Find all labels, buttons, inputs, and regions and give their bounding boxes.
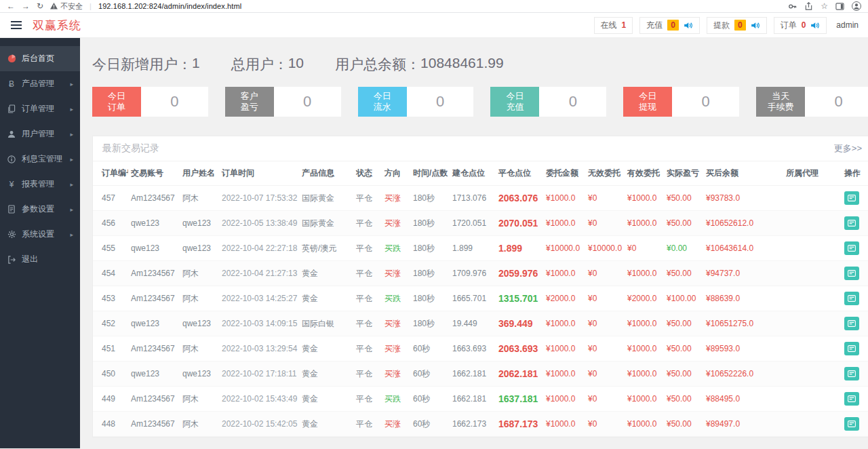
back-icon[interactable]: ← [7,2,15,10]
browser-chrome: ← → ↻ 不安全 | 192.168.1.202:824/admin/inde… [0,0,868,13]
cell-direction: 买涨 [382,311,410,336]
cell-balance-after: ¥10652612.0 [703,211,783,236]
cell-agent [783,211,842,236]
column-header: 订单编号 [93,161,128,186]
sidebar-item-label: 用户管理 [22,128,54,140]
cell-status: 平仓 [353,211,382,236]
speaker-icon[interactable] [810,21,820,30]
cell-direction: 买涨 [382,362,410,387]
overview-segment: 用户总余额：10848461.99 [335,55,504,74]
sidebar-item-label: 系统设置 [22,229,54,240]
cell-agent [783,336,842,362]
overview-label: 总用户： [231,55,288,74]
stat-value: 1 [622,20,627,30]
cell-actions [842,186,868,211]
cell-direction: 买跌 [382,387,410,412]
cell-duration: 180秒 [410,311,450,336]
cell-order-time: 2022-10-04 21:27:13 [219,261,299,286]
column-header: 有效委托 [625,161,664,186]
sidebar-item-参数设置[interactable]: 参数设置▸ [0,197,80,222]
table-row: 457Am1234567阿木2022-10-07 17:53:32国际黄金平仓买… [93,186,868,211]
cell-agent [783,236,842,261]
cell-open-point: 1665.701 [450,286,496,311]
cell-direction: 买跌 [382,236,410,261]
cell-open-point: 1662.181 [450,387,496,412]
sidebar-item-系统设置[interactable]: 系统设置▸ [0,222,80,247]
cell-order-amount: ¥1000.0 [543,211,585,236]
security-indicator[interactable]: 不安全 [50,1,83,12]
order-detail-button[interactable] [844,342,859,355]
cell-open-point: 1.899 [450,236,496,261]
cell-close-point: 1315.701 [496,286,543,311]
sidebar-item-退出[interactable]: 退出 [0,247,80,272]
order-detail-button[interactable] [844,216,859,230]
cell-invalid-amount: ¥10000.0 [585,236,625,261]
column-header: 实际盈亏 [664,161,703,186]
bookmark-star-icon[interactable]: ☆ [821,1,828,11]
speaker-icon[interactable] [684,21,693,30]
cell-valid-amount: ¥2000.0 [625,286,664,311]
column-header: 状态 [353,161,382,186]
cell-order-id: 452 [93,311,128,336]
cell-agent [783,186,842,211]
table-row: 451Am1234567阿木2022-10-03 13:29:54黄金平仓买涨6… [93,336,868,362]
table-row: 455qwe123qwe1232022-10-04 22:27:18英镑/澳元平… [93,236,868,261]
more-link[interactable]: 更多>> [834,142,862,155]
order-detail-button[interactable] [844,267,859,280]
forward-icon[interactable]: → [22,2,30,10]
cell-close-point: 2059.976 [496,261,543,286]
cell-product: 黄金 [299,336,353,362]
stat-label: 充值 [646,20,663,31]
cell-invalid-amount: ¥0 [585,261,625,286]
overview-label: 用户总余额： [335,55,420,74]
order-detail-button[interactable] [844,241,859,255]
card-value: 0 [672,87,739,117]
cell-agent [783,387,842,412]
reload-icon[interactable]: ↻ [37,2,43,10]
order-detail-button[interactable] [844,191,859,205]
cell-actions [842,286,868,311]
order-detail-button[interactable] [844,292,859,305]
product-icon: Ƀ [7,79,16,89]
cell-username: 阿木 [180,336,219,362]
sidebar-item-后台首页[interactable]: 后台首页 [0,46,80,71]
sidebar-item-订单管理[interactable]: 订单管理▸ [0,96,80,121]
card-label: 今日充值 [490,87,539,117]
cell-status: 平仓 [353,311,382,336]
order-detail-button[interactable] [844,392,859,406]
profile-avatar-icon[interactable] [852,1,861,11]
cell-close-point: 2070.051 [496,211,543,236]
url-bar[interactable]: 192.168.1.202:824/admin/index/index.html [98,2,241,10]
share-icon[interactable] [804,2,813,11]
key-icon[interactable] [788,2,797,11]
cell-order-time: 2022-10-03 13:29:54 [219,336,299,362]
table-row: 452qwe123qwe1232022-10-03 14:09:15国际白银平仓… [93,311,868,336]
cell-valid-amount: ¥0 [625,236,664,261]
speaker-icon[interactable] [751,21,760,30]
system-icon [7,230,16,239]
sidebar-item-产品管理[interactable]: Ƀ产品管理▸ [0,71,80,96]
menu-toggle-icon[interactable] [9,18,23,32]
sidebar-item-报表管理[interactable]: ¥报表管理▸ [0,172,80,197]
sidebar-item-利息宝管理[interactable]: 利息宝管理▸ [0,147,80,172]
order-detail-button[interactable] [844,317,859,330]
cell-invalid-amount: ¥0 [585,412,625,437]
sidebar-item-用户管理[interactable]: 用户管理▸ [0,121,80,147]
cell-product: 黄金 [299,261,353,286]
panel-title: 最新交易记录 [102,142,159,155]
cell-actual-pnl: ¥50.00 [664,336,703,362]
summary-card-当天手续费: 当天手续费0 [756,87,868,117]
card-value: 0 [539,87,606,117]
order-detail-button[interactable] [844,367,859,380]
chevron-right-icon: ▸ [70,206,73,213]
sidebar-item-label: 产品管理 [22,78,54,90]
cell-account: Am1234567 [128,261,180,286]
side-panel-icon[interactable] [835,2,844,11]
cell-order-time: 2022-10-04 22:27:18 [219,236,299,261]
chevron-right-icon: ▸ [70,231,73,238]
cell-open-point: 1662.181 [450,362,496,387]
user-menu[interactable]: admin [836,20,859,30]
sidebar-item-label: 利息宝管理 [22,153,62,165]
cell-duration: 180秒 [410,211,450,236]
order-detail-button[interactable] [844,417,859,431]
